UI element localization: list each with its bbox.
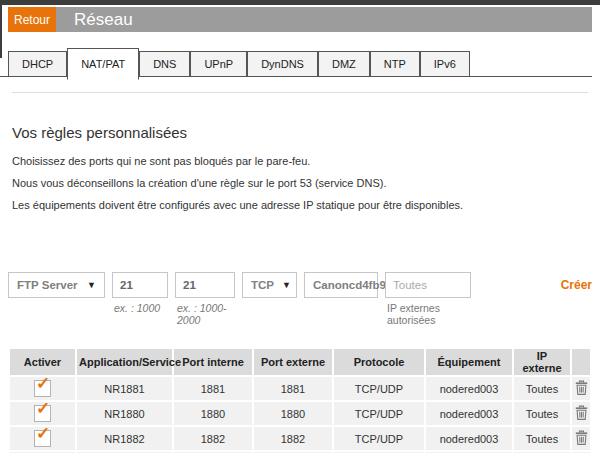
external-port-input[interactable] — [175, 272, 235, 298]
cell-port-externe: 1880 — [254, 402, 332, 425]
cell-port-externe: 1881 — [254, 377, 332, 400]
trash-icon — [575, 430, 588, 445]
tab-label: DynDNS — [261, 58, 304, 70]
external-port-hint: ex. : 1000-2000 — [175, 302, 235, 326]
enable-checkbox[interactable]: ✓ — [34, 405, 51, 422]
cell-activer: ✓ — [10, 427, 75, 450]
chevron-down-icon: ▼ — [87, 280, 96, 290]
application-select[interactable]: FTP Server ▼ — [8, 272, 105, 298]
trash-icon — [575, 380, 588, 395]
cell-activer: ✓ — [10, 377, 75, 400]
cell-application: NR1881 — [77, 377, 172, 400]
cell-application: NR1882 — [77, 427, 172, 450]
cell-port-externe: 1882 — [254, 427, 332, 450]
cell-protocole: TCP/UDP — [334, 402, 424, 425]
window-left-border — [0, 0, 2, 58]
note-static-ip: Les équipements doivent être configurés … — [12, 199, 600, 212]
table-row: ✓ NR1880 1880 1880 TCP/UDP nodered003 To… — [10, 402, 590, 425]
check-icon: ✓ — [36, 398, 50, 419]
protocol-select[interactable]: TCP ▼ — [242, 272, 297, 298]
tab[interactable]: NAT/PAT — [67, 48, 139, 80]
column-header-activer: Activer — [10, 349, 75, 375]
internal-port-hint: ex. : 1000 — [112, 302, 168, 314]
section-title: Vos règles personnalisées — [12, 124, 600, 141]
note-firewall: Choisissez des ports qui ne sont pas blo… — [12, 155, 600, 168]
column-header-application: Application/Service — [77, 349, 172, 375]
device-select[interactable]: Canoncd4fb9 ▼ — [304, 272, 378, 298]
cell-port-interne: 1881 — [174, 377, 252, 400]
tab[interactable]: DynDNS — [247, 51, 318, 76]
tab[interactable]: NTP — [370, 51, 420, 76]
tab-label: NTP — [384, 58, 406, 70]
table-row: ✓ NR1882 1882 1882 TCP/UDP nodered003 To… — [10, 427, 590, 450]
external-ip-input[interactable] — [385, 272, 471, 298]
tab[interactable]: DHCP — [8, 51, 67, 76]
external-ip-hint: IP externes autorisées — [385, 302, 471, 326]
cell-equipement: nodered003 — [426, 402, 512, 425]
tab[interactable]: DMZ — [318, 51, 370, 76]
back-button[interactable]: Retour — [8, 7, 56, 32]
enable-checkbox[interactable]: ✓ — [34, 380, 51, 397]
trash-icon — [575, 405, 588, 420]
cell-ip-externe: Toutes — [514, 377, 570, 400]
cell-equipement: nodered003 — [426, 427, 512, 450]
check-icon: ✓ — [36, 448, 50, 453]
column-header-port-externe: Port externe — [254, 349, 332, 375]
header-bar: Réseau — [56, 7, 592, 32]
cell-equipement: nodered003 — [426, 377, 512, 400]
device-select-value: Canoncd4fb9 — [313, 279, 386, 291]
delete-button[interactable] — [575, 405, 588, 420]
table-header-row: Activer Application/Service Port interne… — [10, 349, 590, 375]
note-port53: Nous vous déconseillons la création d'un… — [12, 177, 600, 190]
page-header: Retour Réseau — [8, 7, 592, 32]
cell-port-interne: 1882 — [174, 427, 252, 450]
cell-actions — [572, 377, 590, 400]
column-header-ip-externe: IP externe — [514, 349, 570, 375]
tab-label: DNS — [153, 58, 176, 70]
tab-label: NAT/PAT — [81, 58, 125, 70]
internal-port-input[interactable] — [112, 272, 168, 298]
tab[interactable]: UPnP — [190, 51, 247, 76]
chevron-down-icon: ▼ — [282, 280, 291, 290]
rules-table: Activer Application/Service Port interne… — [8, 347, 592, 453]
tab-label: DHCP — [22, 58, 53, 70]
delete-button[interactable] — [575, 380, 588, 395]
delete-button[interactable] — [575, 430, 588, 445]
cell-protocole: TCP/UDP — [334, 427, 424, 450]
cell-port-interne: 1880 — [174, 402, 252, 425]
check-icon: ✓ — [36, 423, 50, 444]
page-title: Réseau — [74, 10, 133, 30]
cell-actions — [572, 427, 590, 450]
tab-bar: DHCP NAT/PAT DNS UPnP DynDNS DMZ NTP IPv… — [0, 48, 592, 77]
protocol-select-value: TCP — [251, 279, 274, 291]
tab-label: UPnP — [204, 58, 233, 70]
column-header-port-interne: Port interne — [174, 349, 252, 375]
create-rule-form: FTP Server ▼ ex. : 1000 ex. : 1000-2000 … — [8, 272, 592, 326]
column-header-actions — [572, 349, 590, 375]
tab-label: IPv6 — [434, 58, 456, 70]
tab[interactable]: DNS — [139, 51, 190, 76]
column-header-protocole: Protocole — [334, 349, 424, 375]
table-row: ✓ NR1881 1881 1881 TCP/UDP nodered003 To… — [10, 377, 590, 400]
tab[interactable]: IPv6 — [420, 51, 470, 76]
cell-activer: ✓ — [10, 402, 75, 425]
cell-protocole: TCP/UDP — [334, 377, 424, 400]
cell-actions — [572, 402, 590, 425]
check-icon: ✓ — [36, 373, 50, 394]
cell-application: NR1880 — [77, 402, 172, 425]
cell-ip-externe: Toutes — [514, 427, 570, 450]
application-select-value: FTP Server — [17, 279, 78, 291]
window-top-border — [0, 0, 600, 5]
column-header-equipement: Équipement — [426, 349, 512, 375]
cell-ip-externe: Toutes — [514, 402, 570, 425]
tab-label: DMZ — [332, 58, 356, 70]
enable-checkbox[interactable]: ✓ — [34, 430, 51, 447]
section-divider — [12, 92, 588, 93]
create-button[interactable]: Créer — [561, 278, 592, 292]
